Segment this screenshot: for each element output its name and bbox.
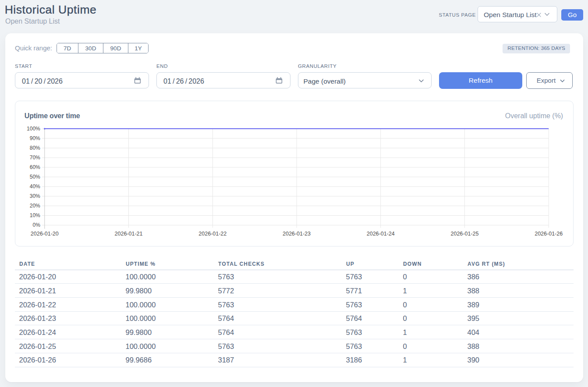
svg-text:2026-01-21: 2026-01-21: [115, 231, 143, 237]
svg-text:60%: 60%: [30, 165, 40, 171]
svg-text:2026-01-26: 2026-01-26: [535, 231, 563, 237]
svg-text:90%: 90%: [30, 136, 40, 142]
svg-text:20%: 20%: [30, 203, 40, 209]
svg-text:100%: 100%: [27, 126, 40, 132]
svg-text:2026-01-22: 2026-01-22: [199, 231, 227, 237]
svg-text:70%: 70%: [30, 155, 40, 161]
svg-text:80%: 80%: [30, 145, 40, 151]
svg-text:10%: 10%: [30, 213, 40, 219]
svg-text:30%: 30%: [30, 194, 40, 200]
svg-text:0%: 0%: [33, 222, 41, 229]
svg-text:2026-01-25: 2026-01-25: [451, 231, 479, 237]
svg-text:2026-01-24: 2026-01-24: [367, 231, 395, 237]
svg-text:2026-01-23: 2026-01-23: [283, 231, 311, 237]
svg-text:2026-01-20: 2026-01-20: [31, 231, 59, 237]
svg-text:40%: 40%: [30, 184, 40, 190]
svg-text:50%: 50%: [30, 174, 40, 180]
